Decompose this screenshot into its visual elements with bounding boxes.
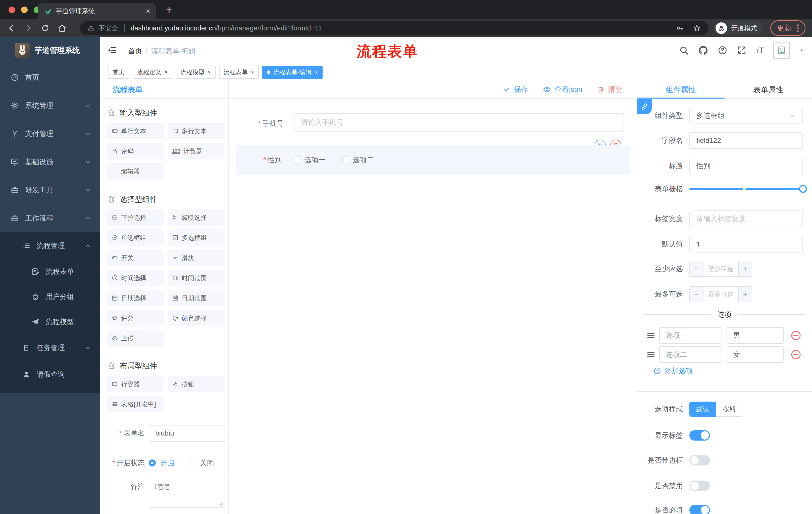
tag-close-icon[interactable]: ×	[164, 69, 168, 76]
sidebar-item-process-mgmt[interactable]: 流程管理	[0, 232, 100, 259]
plus-button[interactable]: +	[738, 261, 752, 276]
option-label-input[interactable]: 选项二	[659, 346, 722, 363]
palette-item-date-range[interactable]: 日期范围	[168, 290, 224, 306]
minus-button[interactable]: −	[690, 261, 703, 276]
palette-item-button[interactable]: 按钮	[168, 376, 224, 392]
checkbox-icon[interactable]	[342, 156, 349, 163]
palette-item-counter[interactable]: 123计数器	[168, 143, 224, 159]
sidebar-item-system[interactable]: 系统管理	[0, 91, 100, 120]
tag-home[interactable]: 首页	[108, 65, 129, 79]
view-json-button[interactable]: 查看json	[543, 84, 582, 94]
option-value-input[interactable]: 男	[727, 327, 784, 344]
window-close-button[interactable]	[8, 6, 15, 13]
link-button[interactable]	[637, 99, 652, 114]
avatar[interactable]	[773, 42, 790, 59]
tag-process-form[interactable]: 流程表单×	[219, 65, 259, 79]
sidebar-fold-icon[interactable]	[107, 45, 117, 55]
style-button-button[interactable]: 按钮	[716, 402, 743, 417]
palette-item-select[interactable]: 下拉选择	[107, 209, 164, 226]
sidebar-item-home[interactable]: 首页	[0, 63, 100, 91]
new-tab-button[interactable]: +	[166, 3, 172, 16]
slider-handle[interactable]	[799, 185, 807, 193]
tab-component-props[interactable]: 组件属性	[637, 81, 725, 98]
default-value-input[interactable]: 1	[689, 236, 803, 252]
remove-option-icon[interactable]	[790, 330, 802, 341]
phone-field-input[interactable]: 请输入手机号	[294, 113, 624, 132]
palette-item-table[interactable]: 表格[开发中]	[107, 396, 164, 412]
palette-item-time-range[interactable]: 时间范围	[168, 270, 224, 286]
plus-button[interactable]: +	[738, 287, 752, 302]
sidebar-item-infra[interactable]: 基础设施	[0, 148, 100, 176]
sidebar-item-payment[interactable]: ¥ 支付管理	[0, 120, 100, 148]
form-name-input[interactable]: biubiu	[149, 425, 225, 441]
palette-item-color-picker[interactable]: 颜色选择	[168, 310, 224, 326]
radio-off-icon[interactable]	[188, 459, 196, 466]
palette-item-password[interactable]: 密码	[107, 143, 164, 159]
style-default-button[interactable]: 默认	[689, 402, 716, 417]
status-off-label[interactable]: 关闭	[200, 458, 214, 468]
component-type-select[interactable]: 多选框组	[689, 108, 803, 124]
palette-item-switch[interactable]: 开关	[107, 249, 164, 266]
palette-item-editor[interactable]: 编辑器	[107, 163, 164, 180]
sidebar-item-workflow[interactable]: 工作流程	[0, 204, 100, 232]
status-on-label[interactable]: 开启	[160, 458, 174, 468]
checkbox-label[interactable]: 选项一	[304, 155, 326, 165]
minus-button[interactable]: −	[690, 287, 703, 302]
browser-tab[interactable]: 芋道管理系统 ×	[38, 3, 156, 19]
border-toggle[interactable]	[689, 455, 710, 465]
field-name-input[interactable]: field122	[689, 132, 803, 149]
address-bar[interactable]: 不安全 dashboard.yudao.iocoder.cn/bpm/manag…	[80, 21, 708, 35]
sidebar-logo[interactable]: 芋道管理系统	[0, 37, 100, 63]
search-icon[interactable]	[679, 45, 689, 55]
sidebar-item-leave-query[interactable]: 请假查询	[0, 361, 100, 388]
gender-component-selected[interactable]: *性别 选项一 选项二	[236, 145, 630, 175]
title-input[interactable]: 性别	[689, 158, 803, 174]
palette-item-time-picker[interactable]: 时间选择	[107, 270, 164, 286]
drag-handle-icon[interactable]	[646, 331, 656, 340]
save-button[interactable]: 保存	[503, 84, 528, 94]
label-width-input[interactable]: 请输入标签宽度	[689, 211, 803, 227]
palette-item-rate[interactable]: 评分	[107, 310, 164, 326]
palette-item-row-container[interactable]: 行容器	[107, 376, 164, 392]
fullscreen-icon[interactable]	[736, 45, 747, 55]
tag-close-icon[interactable]: ×	[251, 69, 254, 76]
add-option-button[interactable]: 添加选项	[653, 366, 693, 376]
reload-icon[interactable]	[41, 24, 50, 33]
browser-update-button[interactable]: 更新	[770, 20, 806, 36]
bookmark-star-icon[interactable]	[693, 24, 701, 32]
clear-button[interactable]: 清空	[597, 84, 622, 94]
tab-form-props[interactable]: 表单属性	[725, 81, 812, 98]
palette-item-checkbox-group[interactable]: 多选框组	[168, 229, 224, 246]
tag-close-icon[interactable]: ×	[207, 69, 211, 76]
tag-process-form-edit[interactable]: 流程表单-编辑×	[262, 65, 323, 79]
caret-down-icon[interactable]	[799, 48, 805, 53]
checkbox-icon[interactable]	[294, 156, 301, 163]
option-value-input[interactable]: 女	[727, 346, 784, 363]
required-toggle[interactable]	[689, 505, 710, 514]
sidebar-item-task-mgmt[interactable]: 任务管理	[0, 334, 100, 361]
password-key-icon[interactable]	[676, 24, 684, 32]
option-label-input[interactable]: 选项一	[659, 327, 722, 344]
help-icon[interactable]	[718, 45, 728, 55]
sidebar-item-process-form[interactable]: 流程表单	[0, 259, 100, 284]
browser-menu-icon[interactable]	[797, 24, 799, 32]
sidebar-item-process-model[interactable]: 流程模型	[0, 309, 100, 334]
tab-close-icon[interactable]: ×	[146, 7, 150, 15]
palette-item-slider[interactable]: 滑块	[168, 249, 224, 266]
sidebar-item-devtools[interactable]: 研发工具	[0, 176, 100, 204]
forward-icon[interactable]	[24, 23, 33, 33]
max-select-value[interactable]: 最多可选	[703, 287, 738, 302]
show-label-toggle[interactable]	[689, 430, 710, 440]
palette-item-cascader[interactable]: 级联选择	[168, 209, 224, 226]
remove-option-icon[interactable]	[790, 349, 802, 360]
tag-process-model[interactable]: 流程模型×	[176, 65, 215, 79]
palette-item-single-text[interactable]: 单行文本	[107, 123, 164, 139]
github-icon[interactable]	[698, 45, 708, 56]
window-minimize-button[interactable]	[21, 6, 28, 13]
tag-close-icon[interactable]: ×	[315, 69, 318, 76]
checkbox-label[interactable]: 选项二	[353, 155, 374, 165]
sidebar-item-user-group[interactable]: 用户分组	[0, 284, 100, 309]
back-icon[interactable]	[6, 23, 16, 33]
form-remark-textarea[interactable]: 嘿嘿	[149, 478, 225, 508]
tag-process-definition[interactable]: 流程定义×	[133, 65, 172, 79]
